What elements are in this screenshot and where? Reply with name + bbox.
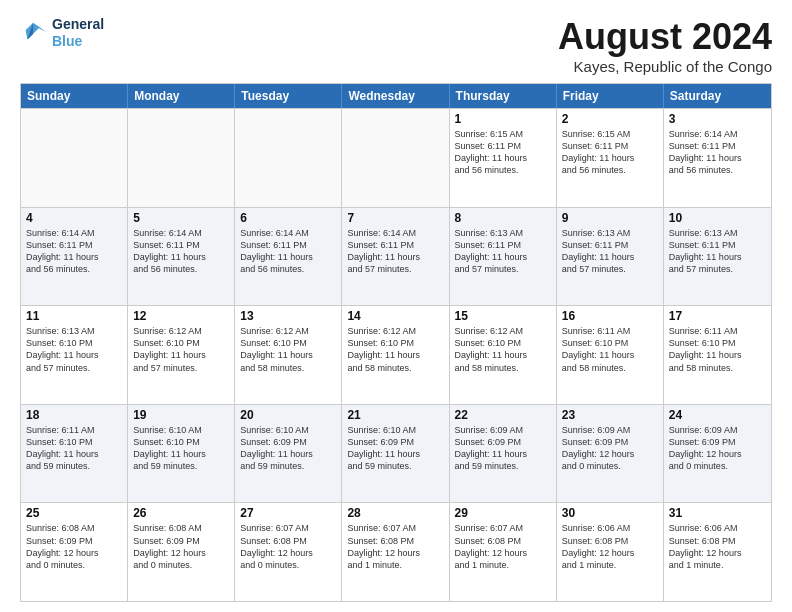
- calendar-header: SundayMondayTuesdayWednesdayThursdayFrid…: [21, 84, 771, 108]
- day-info: Sunrise: 6:11 AM Sunset: 6:10 PM Dayligh…: [26, 424, 122, 473]
- day-number: 6: [240, 211, 336, 225]
- header-day-sunday: Sunday: [21, 84, 128, 108]
- calendar-week-3: 11Sunrise: 6:13 AM Sunset: 6:10 PM Dayli…: [21, 305, 771, 404]
- calendar-day-5: 5Sunrise: 6:14 AM Sunset: 6:11 PM Daylig…: [128, 208, 235, 306]
- day-number: 19: [133, 408, 229, 422]
- day-info: Sunrise: 6:14 AM Sunset: 6:11 PM Dayligh…: [669, 128, 766, 177]
- day-number: 20: [240, 408, 336, 422]
- calendar-day-10: 10Sunrise: 6:13 AM Sunset: 6:11 PM Dayli…: [664, 208, 771, 306]
- day-info: Sunrise: 6:12 AM Sunset: 6:10 PM Dayligh…: [133, 325, 229, 374]
- day-info: Sunrise: 6:12 AM Sunset: 6:10 PM Dayligh…: [240, 325, 336, 374]
- calendar-day-11: 11Sunrise: 6:13 AM Sunset: 6:10 PM Dayli…: [21, 306, 128, 404]
- calendar-day-26: 26Sunrise: 6:08 AM Sunset: 6:09 PM Dayli…: [128, 503, 235, 601]
- header-day-saturday: Saturday: [664, 84, 771, 108]
- day-info: Sunrise: 6:12 AM Sunset: 6:10 PM Dayligh…: [455, 325, 551, 374]
- day-info: Sunrise: 6:15 AM Sunset: 6:11 PM Dayligh…: [455, 128, 551, 177]
- day-number: 21: [347, 408, 443, 422]
- day-number: 13: [240, 309, 336, 323]
- day-info: Sunrise: 6:14 AM Sunset: 6:11 PM Dayligh…: [347, 227, 443, 276]
- subtitle: Kayes, Republic of the Congo: [558, 58, 772, 75]
- day-info: Sunrise: 6:07 AM Sunset: 6:08 PM Dayligh…: [240, 522, 336, 571]
- day-info: Sunrise: 6:11 AM Sunset: 6:10 PM Dayligh…: [562, 325, 658, 374]
- calendar-week-1: 1Sunrise: 6:15 AM Sunset: 6:11 PM Daylig…: [21, 108, 771, 207]
- calendar-day-27: 27Sunrise: 6:07 AM Sunset: 6:08 PM Dayli…: [235, 503, 342, 601]
- day-number: 1: [455, 112, 551, 126]
- calendar-week-5: 25Sunrise: 6:08 AM Sunset: 6:09 PM Dayli…: [21, 502, 771, 601]
- day-number: 22: [455, 408, 551, 422]
- calendar-day-24: 24Sunrise: 6:09 AM Sunset: 6:09 PM Dayli…: [664, 405, 771, 503]
- day-number: 27: [240, 506, 336, 520]
- day-info: Sunrise: 6:14 AM Sunset: 6:11 PM Dayligh…: [240, 227, 336, 276]
- day-number: 15: [455, 309, 551, 323]
- calendar-day-28: 28Sunrise: 6:07 AM Sunset: 6:08 PM Dayli…: [342, 503, 449, 601]
- title-area: August 2024 Kayes, Republic of the Congo: [558, 16, 772, 75]
- day-number: 2: [562, 112, 658, 126]
- day-info: Sunrise: 6:09 AM Sunset: 6:09 PM Dayligh…: [669, 424, 766, 473]
- day-number: 29: [455, 506, 551, 520]
- day-info: Sunrise: 6:13 AM Sunset: 6:11 PM Dayligh…: [562, 227, 658, 276]
- calendar-day-18: 18Sunrise: 6:11 AM Sunset: 6:10 PM Dayli…: [21, 405, 128, 503]
- day-number: 5: [133, 211, 229, 225]
- calendar-empty-cell: [128, 109, 235, 207]
- calendar-day-22: 22Sunrise: 6:09 AM Sunset: 6:09 PM Dayli…: [450, 405, 557, 503]
- calendar-empty-cell: [342, 109, 449, 207]
- calendar-empty-cell: [235, 109, 342, 207]
- calendar-day-17: 17Sunrise: 6:11 AM Sunset: 6:10 PM Dayli…: [664, 306, 771, 404]
- header-day-friday: Friday: [557, 84, 664, 108]
- day-number: 24: [669, 408, 766, 422]
- logo-icon: [20, 19, 48, 47]
- calendar-body: 1Sunrise: 6:15 AM Sunset: 6:11 PM Daylig…: [21, 108, 771, 601]
- calendar-day-6: 6Sunrise: 6:14 AM Sunset: 6:11 PM Daylig…: [235, 208, 342, 306]
- day-number: 26: [133, 506, 229, 520]
- day-info: Sunrise: 6:09 AM Sunset: 6:09 PM Dayligh…: [562, 424, 658, 473]
- header-day-monday: Monday: [128, 84, 235, 108]
- day-info: Sunrise: 6:07 AM Sunset: 6:08 PM Dayligh…: [347, 522, 443, 571]
- day-number: 11: [26, 309, 122, 323]
- day-info: Sunrise: 6:09 AM Sunset: 6:09 PM Dayligh…: [455, 424, 551, 473]
- calendar-day-2: 2Sunrise: 6:15 AM Sunset: 6:11 PM Daylig…: [557, 109, 664, 207]
- day-number: 18: [26, 408, 122, 422]
- calendar-empty-cell: [21, 109, 128, 207]
- day-number: 16: [562, 309, 658, 323]
- day-info: Sunrise: 6:10 AM Sunset: 6:09 PM Dayligh…: [240, 424, 336, 473]
- day-info: Sunrise: 6:10 AM Sunset: 6:09 PM Dayligh…: [347, 424, 443, 473]
- calendar-day-3: 3Sunrise: 6:14 AM Sunset: 6:11 PM Daylig…: [664, 109, 771, 207]
- day-info: Sunrise: 6:10 AM Sunset: 6:10 PM Dayligh…: [133, 424, 229, 473]
- day-info: Sunrise: 6:13 AM Sunset: 6:11 PM Dayligh…: [455, 227, 551, 276]
- day-info: Sunrise: 6:14 AM Sunset: 6:11 PM Dayligh…: [26, 227, 122, 276]
- calendar-week-4: 18Sunrise: 6:11 AM Sunset: 6:10 PM Dayli…: [21, 404, 771, 503]
- day-info: Sunrise: 6:08 AM Sunset: 6:09 PM Dayligh…: [26, 522, 122, 571]
- calendar-day-30: 30Sunrise: 6:06 AM Sunset: 6:08 PM Dayli…: [557, 503, 664, 601]
- day-info: Sunrise: 6:11 AM Sunset: 6:10 PM Dayligh…: [669, 325, 766, 374]
- day-number: 7: [347, 211, 443, 225]
- calendar-day-25: 25Sunrise: 6:08 AM Sunset: 6:09 PM Dayli…: [21, 503, 128, 601]
- calendar-day-23: 23Sunrise: 6:09 AM Sunset: 6:09 PM Dayli…: [557, 405, 664, 503]
- calendar-day-29: 29Sunrise: 6:07 AM Sunset: 6:08 PM Dayli…: [450, 503, 557, 601]
- calendar-day-20: 20Sunrise: 6:10 AM Sunset: 6:09 PM Dayli…: [235, 405, 342, 503]
- day-number: 23: [562, 408, 658, 422]
- logo-text: General Blue: [52, 16, 104, 50]
- day-info: Sunrise: 6:13 AM Sunset: 6:11 PM Dayligh…: [669, 227, 766, 276]
- day-info: Sunrise: 6:08 AM Sunset: 6:09 PM Dayligh…: [133, 522, 229, 571]
- header-day-tuesday: Tuesday: [235, 84, 342, 108]
- day-number: 30: [562, 506, 658, 520]
- day-number: 12: [133, 309, 229, 323]
- day-info: Sunrise: 6:06 AM Sunset: 6:08 PM Dayligh…: [669, 522, 766, 571]
- day-number: 28: [347, 506, 443, 520]
- day-info: Sunrise: 6:06 AM Sunset: 6:08 PM Dayligh…: [562, 522, 658, 571]
- day-number: 3: [669, 112, 766, 126]
- header-day-wednesday: Wednesday: [342, 84, 449, 108]
- calendar-day-7: 7Sunrise: 6:14 AM Sunset: 6:11 PM Daylig…: [342, 208, 449, 306]
- calendar-day-15: 15Sunrise: 6:12 AM Sunset: 6:10 PM Dayli…: [450, 306, 557, 404]
- day-number: 25: [26, 506, 122, 520]
- calendar-day-4: 4Sunrise: 6:14 AM Sunset: 6:11 PM Daylig…: [21, 208, 128, 306]
- calendar-day-31: 31Sunrise: 6:06 AM Sunset: 6:08 PM Dayli…: [664, 503, 771, 601]
- page: General Blue August 2024 Kayes, Republic…: [0, 0, 792, 612]
- day-number: 17: [669, 309, 766, 323]
- header-day-thursday: Thursday: [450, 84, 557, 108]
- main-title: August 2024: [558, 16, 772, 58]
- calendar-day-12: 12Sunrise: 6:12 AM Sunset: 6:10 PM Dayli…: [128, 306, 235, 404]
- calendar-day-1: 1Sunrise: 6:15 AM Sunset: 6:11 PM Daylig…: [450, 109, 557, 207]
- calendar: SundayMondayTuesdayWednesdayThursdayFrid…: [20, 83, 772, 602]
- day-info: Sunrise: 6:07 AM Sunset: 6:08 PM Dayligh…: [455, 522, 551, 571]
